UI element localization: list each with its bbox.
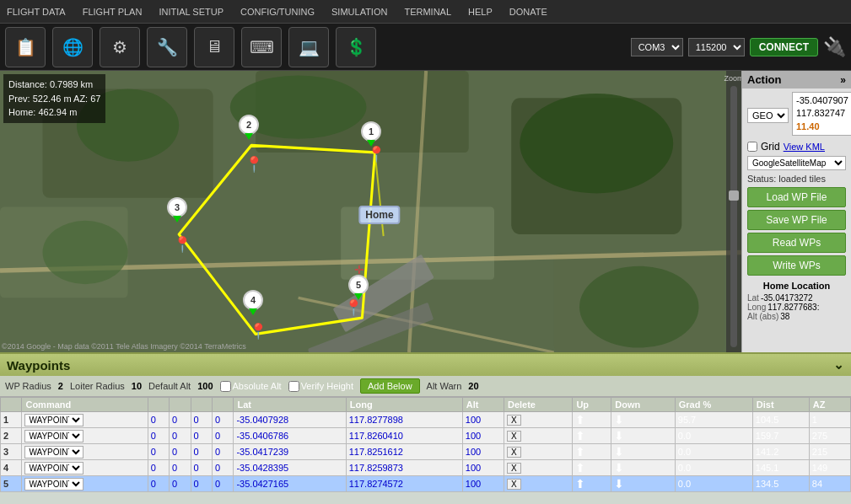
row-c1[interactable]: 0 (148, 460, 169, 476)
row-lon[interactable]: 117.8274572 (346, 476, 462, 492)
row-c2[interactable]: 0 (170, 460, 191, 476)
delete-button[interactable]: X (507, 415, 521, 426)
row-c3[interactable]: 0 (191, 412, 212, 428)
row-c1[interactable]: 0 (148, 444, 169, 460)
row-delete[interactable]: X (504, 412, 572, 428)
flight-plan-button[interactable]: 🌐 (52, 27, 93, 67)
verify-height-checkbox[interactable] (288, 381, 299, 392)
waypoint-marker-1[interactable]: 1 (361, 121, 381, 147)
row-delete[interactable]: X (504, 476, 572, 492)
row-c2[interactable]: 0 (170, 444, 191, 460)
donate-button[interactable]: 💲 (336, 27, 376, 67)
row-delete[interactable]: X (504, 444, 572, 460)
read-wps-button[interactable]: Read WPs (747, 233, 846, 253)
row-c4[interactable]: 0 (212, 428, 233, 444)
row-up[interactable]: ⬆ (573, 428, 611, 444)
row-alt[interactable]: 100 (462, 460, 504, 476)
row-lat[interactable]: -35.0417239 (234, 444, 346, 460)
home-marker[interactable]: Home (358, 206, 400, 224)
row-down[interactable]: ⬇ (611, 444, 676, 460)
menu-donate[interactable]: DONATE (506, 7, 551, 17)
row-c1[interactable]: 0 (148, 428, 169, 444)
up-arrow-icon[interactable]: ⬆ (575, 461, 585, 475)
panel-expand-icon[interactable]: » (840, 74, 846, 86)
row-lon[interactable]: 117.8260410 (346, 428, 462, 444)
waypoints-collapse-icon[interactable]: ⌄ (833, 357, 844, 373)
down-arrow-icon[interactable]: ⬇ (614, 413, 624, 426)
row-command[interactable]: WAYPOINT (22, 412, 148, 428)
waypoint-marker-2[interactable]: 2 (239, 115, 259, 140)
row-c2[interactable]: 0 (170, 476, 191, 492)
zoom-thumb[interactable] (729, 190, 739, 201)
command-select[interactable]: WAYPOINT (24, 462, 83, 475)
flight-data-button[interactable]: 📋 (5, 27, 46, 67)
row-alt[interactable]: 100 (462, 412, 504, 428)
menu-config-tuning[interactable]: CONFIG/TUNING (237, 7, 318, 17)
row-command[interactable]: WAYPOINT (22, 444, 148, 460)
map-type-select[interactable]: GoogleSatelliteMap (747, 156, 846, 170)
row-up[interactable]: ⬆ (573, 476, 611, 492)
row-down[interactable]: ⬇ (611, 412, 676, 428)
delete-button[interactable]: X (507, 463, 521, 474)
row-alt[interactable]: 100 (462, 444, 504, 460)
map-area[interactable]: 1 2 3 4 5 📍 📍 📍 📍 (0, 71, 741, 352)
row-c2[interactable]: 0 (170, 412, 191, 428)
delete-button[interactable]: X (507, 431, 521, 442)
row-c4[interactable]: 0 (212, 444, 233, 460)
row-c1[interactable]: 0 (148, 412, 169, 428)
row-lat[interactable]: -35.0428395 (234, 460, 346, 476)
command-select[interactable]: WAYPOINT (24, 478, 83, 491)
down-arrow-icon[interactable]: ⬇ (614, 429, 624, 442)
view-kml-link[interactable]: View KML (784, 142, 825, 152)
save-wp-button[interactable]: Save WP File (747, 210, 846, 230)
menu-terminal[interactable]: TERMINAL (401, 7, 455, 17)
row-lon[interactable]: 117.8251612 (346, 444, 462, 460)
menu-initial-setup[interactable]: INITIAL SETUP (155, 7, 227, 17)
delete-button[interactable]: X (507, 447, 521, 458)
initial-setup-button[interactable]: ⚙ (100, 27, 140, 67)
row-lat[interactable]: -35.0427165 (234, 476, 346, 492)
load-wp-button[interactable]: Load WP File (747, 187, 846, 207)
command-select[interactable]: WAYPOINT (24, 446, 83, 458)
row-up[interactable]: ⬆ (573, 460, 611, 476)
config-button[interactable]: 🔧 (147, 27, 187, 67)
row-down[interactable]: ⬇ (611, 476, 676, 492)
row-c1[interactable]: 0 (148, 476, 169, 492)
add-below-button[interactable]: Add Below (360, 378, 420, 394)
up-arrow-icon[interactable]: ⬆ (575, 413, 585, 426)
row-c4[interactable]: 0 (212, 460, 233, 476)
row-delete[interactable]: X (504, 460, 572, 476)
down-arrow-icon[interactable]: ⬇ (614, 445, 624, 458)
waypoint-marker-5[interactable]: 5 (348, 275, 369, 300)
row-c3[interactable]: 0 (191, 460, 212, 476)
write-wps-button[interactable]: Write WPs (747, 255, 846, 276)
waypoint-marker-3[interactable]: 3 (167, 197, 187, 223)
row-down[interactable]: ⬇ (611, 460, 676, 476)
baud-rate-select[interactable]: 115200 (688, 38, 745, 56)
row-alt[interactable]: 100 (462, 428, 504, 444)
row-c3[interactable]: 0 (191, 444, 212, 460)
row-lon[interactable]: 117.8277898 (346, 412, 462, 428)
row-lat[interactable]: -35.0406786 (234, 428, 346, 444)
up-arrow-icon[interactable]: ⬆ (575, 477, 585, 491)
down-arrow-icon[interactable]: ⬇ (614, 477, 624, 491)
menu-flight-data[interactable]: FLIGHT DATA (3, 7, 69, 17)
waypoint-marker-4[interactable]: 4 (243, 290, 263, 315)
row-c4[interactable]: 0 (212, 476, 233, 492)
row-c3[interactable]: 0 (191, 476, 212, 492)
grid-checkbox[interactable] (747, 142, 757, 152)
row-up[interactable]: ⬆ (573, 444, 611, 460)
help-button[interactable]: 💻 (288, 27, 329, 67)
menu-help[interactable]: HELP (465, 7, 496, 17)
row-up[interactable]: ⬆ (573, 412, 611, 428)
row-delete[interactable]: X (504, 428, 572, 444)
absolute-alt-checkbox[interactable] (220, 381, 231, 392)
row-command[interactable]: WAYPOINT (22, 428, 148, 444)
simulation-button[interactable]: 🖥 (194, 27, 234, 67)
row-command[interactable]: WAYPOINT (22, 460, 148, 476)
command-select[interactable]: WAYPOINT (24, 430, 83, 442)
geo-type-select[interactable]: GEO (747, 108, 789, 123)
row-c4[interactable]: 0 (212, 412, 233, 428)
command-select[interactable]: WAYPOINT (24, 414, 83, 426)
row-alt[interactable]: 100 (462, 476, 504, 492)
